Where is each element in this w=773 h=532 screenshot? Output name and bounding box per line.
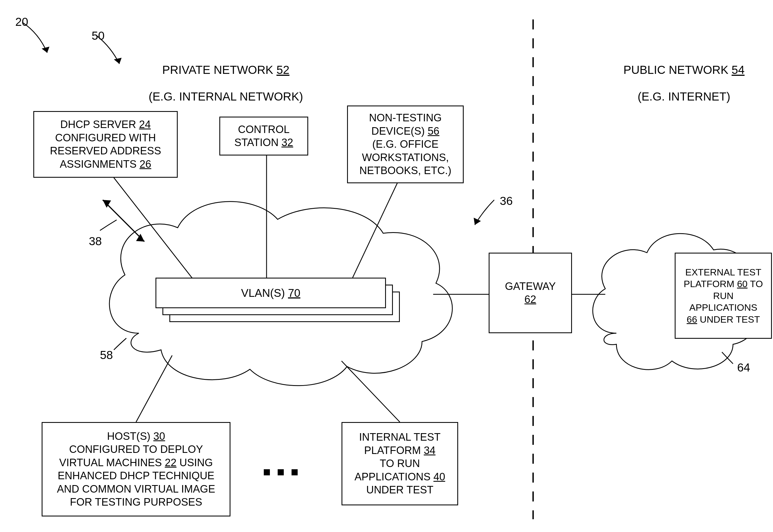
control-station-box: CONTROL STATION 32	[219, 117, 308, 155]
internal-test-platform-box: INTERNAL TEST PLATFORM 34 TO RUN APPLICA…	[342, 422, 458, 505]
ref-50: 50	[92, 29, 105, 42]
gateway-box: GATEWAY 62	[489, 253, 572, 333]
dhcp-server-box: DHCP SERVER 24 CONFIGURED WITH RESERVED …	[33, 111, 178, 178]
public-network-header-line1: PUBLIC NETWORK 54	[623, 63, 744, 76]
ref-58: 58	[100, 348, 113, 362]
ref-38: 38	[89, 235, 102, 248]
svg-line-3	[136, 355, 172, 422]
ellipsis-icon	[264, 469, 298, 475]
svg-line-2	[353, 178, 400, 278]
non-testing-devices-box: NON-TESTING DEVICE(S) 56 (E.G. OFFICE WO…	[347, 106, 464, 183]
svg-line-4	[342, 361, 400, 422]
ref-20: 20	[15, 15, 28, 29]
svg-line-8	[103, 200, 144, 242]
hosts-box: HOST(S) 30 CONFIGURED TO DEPLOY VIRTUAL …	[42, 422, 230, 516]
svg-line-0	[114, 178, 203, 292]
svg-marker-12	[114, 58, 122, 64]
svg-marker-13	[474, 218, 481, 225]
diagram-canvas: PRIVATE NETWORK 52 (E.G. INTERNAL NETWOR…	[0, 0, 773, 532]
vlan-stack: VLAN(S) 70	[155, 278, 400, 325]
public-network-header-line2: (E.G. INTERNET)	[638, 90, 731, 103]
private-network-header: PRIVATE NETWORK 52 (E.G. INTERNAL NETWOR…	[122, 50, 317, 117]
public-network-header: PUBLIC NETWORK 54 (E.G. INTERNET)	[589, 50, 766, 117]
ref-36: 36	[500, 194, 513, 208]
ref-64: 64	[737, 361, 750, 374]
vlan-box: VLAN(S) 70	[155, 278, 386, 308]
svg-marker-9	[103, 200, 111, 208]
external-test-platform-box: EXTERNAL TEST PLATFORM 60 TO RUN APPLICA…	[675, 253, 772, 339]
svg-marker-10	[136, 234, 144, 242]
svg-marker-11	[42, 47, 49, 53]
private-network-header-line1: PRIVATE NETWORK 52	[162, 63, 289, 76]
private-network-header-line2: (E.G. INTERNAL NETWORK)	[149, 90, 303, 103]
